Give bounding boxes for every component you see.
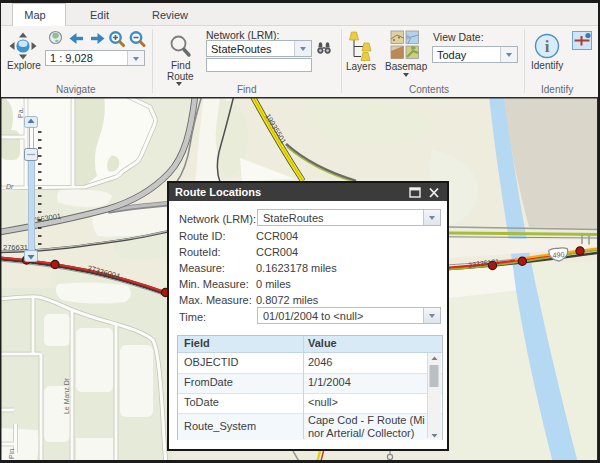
- svg-text:Le Manz Dr: Le Manz Dr: [63, 377, 70, 414]
- svg-text:Pin: Pin: [8, 449, 15, 459]
- svg-text:i: i: [545, 37, 550, 56]
- svg-text:490: 490: [552, 251, 565, 260]
- svg-text:Dr: Dr: [6, 183, 14, 190]
- svg-text:Pa.: Pa.: [17, 107, 24, 118]
